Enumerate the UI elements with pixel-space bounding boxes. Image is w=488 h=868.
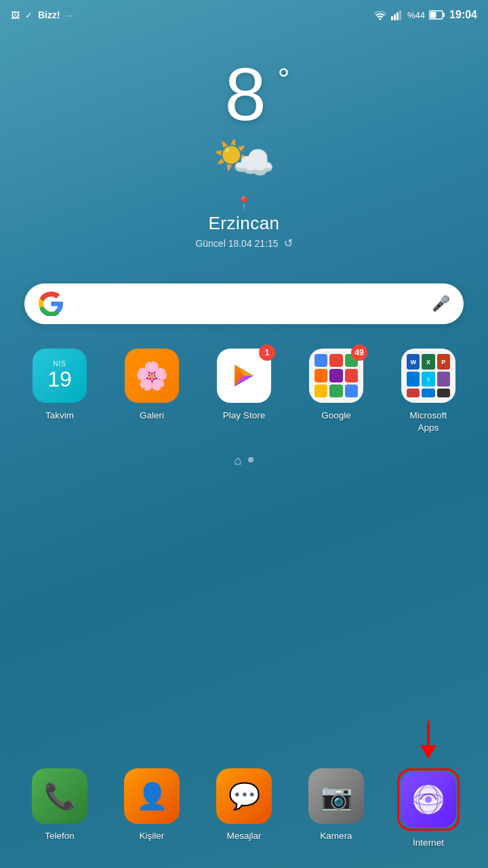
dock-mesajlar[interactable]: 💬 Mesajlar bbox=[207, 768, 281, 841]
svg-rect-0 bbox=[391, 16, 393, 20]
takvim-label: Takvim bbox=[45, 410, 74, 422]
weather-icon: ☀️ ☁️ bbox=[214, 138, 274, 191]
gallery-notification-icon: 🖼 bbox=[11, 10, 20, 20]
mesajlar-icon: 💬 bbox=[216, 768, 272, 824]
app-playstore[interactable]: 1 bbox=[207, 349, 281, 422]
svg-rect-3 bbox=[399, 10, 401, 20]
svg-rect-1 bbox=[394, 14, 396, 20]
status-bar: 🖼 ✓ Bizz! ··· %44 19:04 bbox=[0, 0, 488, 30]
takvim-icon: NİS 19 bbox=[33, 349, 87, 403]
svg-rect-6 bbox=[430, 12, 436, 18]
wifi-icon bbox=[373, 9, 387, 20]
app-microsoft-folder[interactable]: W X P S Microsoft Apps bbox=[391, 349, 466, 433]
dock-kamera[interactable]: 📷 Kamera bbox=[299, 768, 373, 841]
update-time[interactable]: Güncel 18.04 21:15 ↺ bbox=[195, 237, 292, 250]
dock-kisiler[interactable]: 👤 Kişiler bbox=[115, 768, 189, 841]
weather-widget[interactable]: 8° ☀️ ☁️ 📍 Erzincan Güncel 18.04 21:15 ↺ bbox=[0, 30, 488, 250]
update-label: Güncel 18.04 21:15 bbox=[195, 238, 278, 249]
telefon-label: Telefon bbox=[45, 831, 75, 841]
location-pin-icon: 📍 bbox=[237, 195, 251, 210]
bottom-dock: 📞 Telefon 👤 Kişiler 💬 Mesajlar 📷 Kamera bbox=[0, 755, 488, 868]
playstore-icon: 1 bbox=[217, 349, 271, 403]
dock-internet[interactable]: İnternet bbox=[391, 768, 466, 848]
highlight-arrow bbox=[418, 721, 439, 762]
svg-point-13 bbox=[425, 796, 432, 803]
internet-highlight-box bbox=[397, 768, 460, 831]
kisiler-label: Kişiler bbox=[140, 831, 165, 841]
app-grid: NİS 19 Takvim 🌸 Galeri 1 bbox=[0, 324, 488, 433]
galeri-icon: 🌸 bbox=[125, 349, 179, 403]
google-badge: 49 bbox=[351, 344, 367, 361]
svg-rect-2 bbox=[396, 12, 399, 20]
page-indicators: ⌂ bbox=[0, 454, 488, 468]
dock-telefon[interactable]: 📞 Telefon bbox=[22, 768, 97, 841]
check-notification-icon: ✓ bbox=[25, 10, 33, 20]
kisiler-icon: 👤 bbox=[124, 768, 180, 824]
battery-icon bbox=[429, 10, 445, 20]
time-display: 19:04 bbox=[449, 9, 477, 21]
galeri-label: Galeri bbox=[140, 410, 164, 422]
internet-label: İnternet bbox=[413, 837, 444, 848]
svg-marker-8 bbox=[420, 745, 436, 759]
microsoft-folder-label: Microsoft Apps bbox=[410, 410, 447, 433]
mesajlar-label: Mesajlar bbox=[226, 831, 261, 841]
city-name: Erzincan bbox=[208, 213, 279, 234]
playstore-label: Play Store bbox=[223, 410, 265, 422]
kamera-label: Kamera bbox=[320, 831, 352, 841]
app-galeri[interactable]: 🌸 Galeri bbox=[115, 349, 189, 422]
microsoft-folder-icon: W X P S bbox=[401, 349, 455, 403]
google-folder-icon: 49 bbox=[309, 349, 363, 403]
mic-icon[interactable]: 🎤 bbox=[432, 295, 450, 313]
google-logo bbox=[38, 291, 64, 317]
svg-rect-5 bbox=[443, 13, 445, 17]
search-bar-container: 🎤 bbox=[0, 250, 488, 324]
signal-icon bbox=[391, 9, 403, 20]
home-indicator: ⌂ bbox=[235, 454, 242, 468]
refresh-icon[interactable]: ↺ bbox=[284, 237, 293, 250]
app-google-folder[interactable]: 49 Google bbox=[299, 349, 373, 422]
status-right: %44 19:04 bbox=[373, 9, 477, 21]
google-folder-label: Google bbox=[321, 410, 351, 422]
battery-label: %44 bbox=[407, 10, 425, 20]
playstore-badge: 1 bbox=[259, 344, 275, 361]
app-takvim[interactable]: NİS 19 Takvim bbox=[22, 349, 97, 422]
kamera-icon: 📷 bbox=[308, 768, 364, 824]
status-left: 🖼 ✓ Bizz! ··· bbox=[11, 9, 73, 20]
more-icon: ··· bbox=[66, 10, 73, 20]
carrier-label: Bizz! bbox=[38, 9, 60, 20]
page-dot-2 bbox=[248, 457, 253, 462]
temperature-display: 8° bbox=[224, 57, 263, 132]
search-bar[interactable]: 🎤 bbox=[24, 283, 464, 324]
telefon-icon: 📞 bbox=[32, 768, 87, 824]
internet-icon bbox=[401, 772, 456, 827]
dock-row: 📞 Telefon 👤 Kişiler 💬 Mesajlar 📷 Kamera bbox=[14, 768, 474, 848]
